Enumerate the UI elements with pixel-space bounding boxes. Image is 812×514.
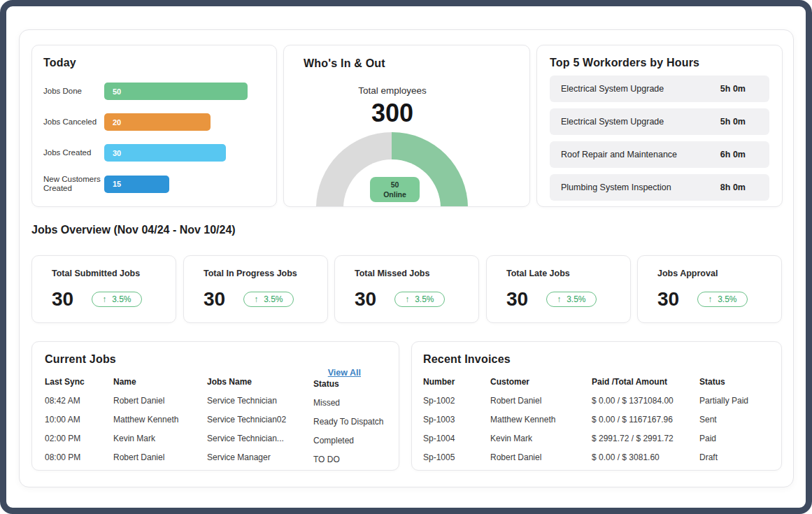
invoice-row[interactable]: Sp-1005 Robert Daniel $ 0.00 / $ 3081.60…	[423, 452, 770, 462]
workorder-row[interactable]: Roof Repair and Maintenance 6h 0m	[550, 141, 769, 168]
total-employees-value: 300	[284, 99, 501, 128]
cell-amount: $ 2991.72 / $ 2991.72	[592, 434, 699, 443]
workorder-hours: 5h 0m	[720, 84, 746, 94]
cell-status: Missed	[313, 398, 386, 408]
invoice-row[interactable]: Sp-1003 Matthew Kenneth $ 0.00 / $ 11671…	[423, 415, 770, 424]
col-customer: Customer	[490, 377, 592, 387]
invoice-row[interactable]: Sp-1002 Robert Daniel $ 0.00 / $ 1371084…	[423, 396, 770, 406]
today-title: Today	[43, 57, 265, 69]
current-jobs-row[interactable]: 08:00 PM Robert Daniel Service Manager T…	[45, 452, 386, 462]
workorder-row[interactable]: Electrical System Upgrade 5h 0m	[550, 76, 769, 102]
cell-jobs-name: Service Technician02	[207, 415, 313, 424]
workorder-name: Electrical System Upgrade	[561, 117, 664, 127]
cell-status: Sent	[699, 415, 770, 424]
bar-jobs-created[interactable]: 30	[104, 144, 226, 162]
up-arrow-icon: ↑	[557, 294, 561, 304]
bar-row-new-customers: New Customers Created 15	[43, 175, 265, 193]
stat-delta: 3.5%	[567, 294, 585, 304]
bar-row-jobs-done: Jobs Done 50	[43, 83, 265, 100]
bar-row-jobs-created: Jobs Created 30	[43, 144, 265, 162]
total-employees-label: Total employees	[284, 85, 501, 96]
online-count: 50	[370, 180, 420, 190]
col-status: Status	[699, 377, 770, 387]
cell-status: Partially Paid	[699, 396, 770, 406]
stat-card-approval: Jobs Approval 30 ↑3.5%	[637, 255, 782, 323]
stat-delta-pill: ↑3.5%	[697, 292, 747, 307]
bar-label-new-customers: New Customers Created	[43, 175, 104, 193]
online-badge[interactable]: 50 Online	[370, 177, 420, 202]
cell-status: Completed	[313, 436, 386, 445]
stat-label: Total In Progress Jobs	[204, 269, 327, 278]
stat-value: 30	[657, 288, 679, 310]
cell-customer: Kevin Mark	[490, 434, 592, 443]
bar-new-customers[interactable]: 15	[104, 176, 169, 193]
stat-card-in-progress: Total In Progress Jobs 30 ↑3.5%	[183, 255, 328, 323]
cell-last-sync: 08:42 AM	[45, 396, 113, 406]
current-jobs-title: Current Jobs	[45, 353, 386, 366]
stat-label: Jobs Approval	[657, 269, 781, 278]
stat-value: 30	[204, 288, 225, 310]
cell-name: Robert Daniel	[113, 396, 207, 406]
whos-in-out-card: Who's In & Out Total employees 300 50 On…	[283, 45, 530, 207]
workorder-hours: 5h 0m	[720, 117, 746, 127]
cell-amount: $ 0.00 / $ 1371084.00	[592, 396, 699, 406]
bar-jobs-canceled[interactable]: 20	[104, 113, 211, 131]
cell-customer: Matthew Kenneth	[490, 415, 592, 424]
workorder-hours: 6h 0m	[720, 150, 746, 159]
cell-number: Sp-1005	[423, 452, 490, 462]
stat-card-late: Total Late Jobs 30 ↑3.5%	[486, 255, 631, 323]
recent-invoices-title: Recent Invoices	[423, 353, 770, 366]
online-label: Online	[370, 190, 420, 199]
workorder-hours: 8h 0m	[720, 183, 746, 192]
bar-row-jobs-canceled: Jobs Canceled 20	[43, 113, 265, 131]
dashboard-container: Today Jobs Done 50 Jobs Canceled 20 Jobs…	[19, 29, 794, 487]
cell-number: Sp-1002	[423, 396, 490, 406]
recent-invoices-card: Recent Invoices Number Customer Paid /To…	[411, 341, 782, 471]
bar-label-jobs-created: Jobs Created	[43, 148, 104, 157]
up-arrow-icon: ↑	[405, 294, 409, 304]
current-jobs-header: Last Sync Name Jobs Name Status	[45, 377, 386, 387]
bar-label-jobs-canceled: Jobs Canceled	[43, 117, 104, 127]
cell-jobs-name: Service Technician...	[207, 434, 313, 443]
view-all-link[interactable]: View All	[328, 368, 361, 378]
current-jobs-row[interactable]: 08:42 AM Robert Daniel Service Technicia…	[45, 396, 386, 406]
current-jobs-card: Current Jobs View All Last Sync Name Job…	[31, 341, 399, 471]
current-jobs-row[interactable]: 10:00 AM Matthew Kenneth Service Technic…	[45, 415, 386, 424]
today-card: Today Jobs Done 50 Jobs Canceled 20 Jobs…	[31, 45, 277, 207]
stat-card-submitted: Total Submitted Jobs 30 ↑3.5%	[31, 255, 176, 323]
bar-jobs-done[interactable]: 50	[104, 83, 248, 100]
cell-status: Paid	[699, 434, 770, 443]
stat-delta: 3.5%	[112, 294, 131, 304]
cell-status: Ready To Dispatch	[313, 417, 386, 427]
stat-label: Total Submitted Jobs	[52, 269, 176, 278]
stat-delta-pill: ↑3.5%	[243, 292, 293, 307]
dashboard-page: Today Jobs Done 50 Jobs Canceled 20 Jobs…	[0, 0, 812, 514]
stat-delta-pill: ↑3.5%	[92, 292, 141, 307]
cell-status: TO DO	[313, 455, 386, 464]
stat-value: 30	[506, 288, 528, 310]
recent-invoices-header: Number Customer Paid /Total Amount Statu…	[423, 377, 770, 387]
bar-label-jobs-done: Jobs Done	[43, 87, 104, 96]
cell-name: Robert Daniel	[113, 452, 207, 462]
stat-delta-pill: ↑3.5%	[546, 292, 596, 307]
stat-card-missed: Total Missed Jobs 30 ↑3.5%	[334, 255, 479, 323]
cell-last-sync: 08:00 PM	[45, 452, 113, 462]
workorder-row[interactable]: Plumbing System Inspection 8h 0m	[550, 174, 769, 201]
cell-customer: Robert Daniel	[490, 452, 592, 462]
cell-customer: Robert Daniel	[490, 396, 592, 406]
cell-last-sync: 02:00 PM	[45, 434, 113, 443]
stat-label: Total Late Jobs	[506, 269, 630, 278]
invoice-row[interactable]: Sp-1004 Kevin Mark $ 2991.72 / $ 2991.72…	[423, 434, 770, 443]
up-arrow-icon: ↑	[254, 294, 258, 304]
cell-amount: $ 0.00 / $ 3081.60	[592, 452, 699, 462]
cell-last-sync: 10:00 AM	[45, 415, 113, 424]
cell-jobs-name: Service Technician	[207, 396, 313, 406]
col-number: Number	[423, 377, 490, 387]
stat-label: Total Missed Jobs	[355, 269, 478, 278]
workorder-row[interactable]: Electrical System Upgrade 5h 0m	[550, 108, 769, 135]
workorder-name: Roof Repair and Maintenance	[561, 150, 677, 159]
jobs-overview-heading: Jobs Overview (Nov 04/24 - Nov 10/24)	[31, 224, 236, 236]
workorder-name: Electrical System Upgrade	[561, 84, 664, 94]
current-jobs-row[interactable]: 02:00 PM Kevin Mark Service Technician..…	[45, 434, 386, 443]
col-status: Status	[313, 379, 386, 389]
